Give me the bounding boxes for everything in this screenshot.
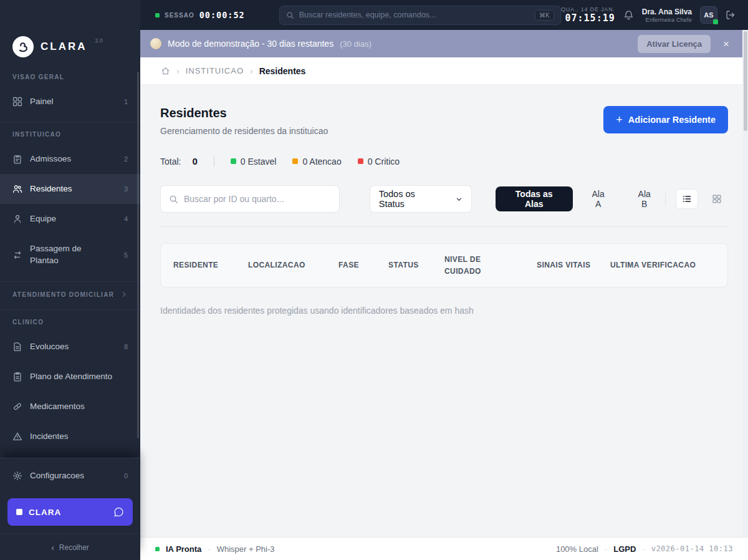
ai-ready-dot [155, 547, 160, 551]
session-status-dot [155, 13, 160, 17]
current-time: 07:15:19 [561, 12, 615, 24]
grid-view-icon[interactable] [706, 189, 728, 209]
residents-table-header: RESIDENTE LOCALIZACAO FASE STATUS NIVEL … [160, 243, 728, 287]
app-version: 2.0 [95, 36, 103, 44]
column-header-sinais-vitais: SINAIS VITAIS [537, 259, 610, 271]
shortcut-badge: 2 [124, 155, 128, 163]
main-scrollbar[interactable] [742, 30, 748, 537]
breadcrumb-separator: › [176, 66, 180, 76]
sidebar-item-painel[interactable]: Painel 1 [0, 87, 140, 117]
nav-group-clinico: CLINICO [0, 309, 140, 332]
session-indicator: SESSAO 00:00:52 [155, 10, 245, 20]
gear-icon [12, 471, 22, 481]
ai-status-group: IA Pronta · Whisper + Phi-3 [155, 544, 275, 554]
sidebar-item-equipe[interactable]: Equipe 4 [0, 204, 140, 234]
user-name: Dra. Ana Silva [642, 7, 692, 16]
ai-model: Whisper + Phi-3 [217, 544, 275, 554]
dashboard-grid-icon [12, 97, 22, 107]
close-icon[interactable]: × [723, 39, 729, 49]
page-header: Residentes Gerenciamento de residentes d… [160, 106, 728, 136]
session-timer: 00:00:52 [199, 10, 245, 20]
home-icon[interactable] [161, 66, 170, 75]
logout-icon[interactable] [726, 10, 736, 20]
critical-status-square [358, 158, 363, 164]
column-header-residente: RESIDENTE [173, 259, 248, 271]
sidebar-item-passagem-de-plantao[interactable]: Passagem de Plantao 5 [0, 234, 140, 276]
sidebar-item-evolucoes[interactable]: Evolucoes 8 [0, 332, 140, 362]
shortcut-badge: 3 [124, 185, 128, 193]
clara-logo-icon [12, 36, 34, 57]
sidebar-item-label: Equipe [30, 213, 56, 225]
shortcut-badge: 4 [124, 215, 128, 223]
status-footer: IA Pronta · Whisper + Phi-3 100% Local ·… [140, 537, 748, 560]
ai-status: IA Pronta [166, 544, 201, 554]
sidebar-item-configuracoes[interactable]: Configuracoes 0 [0, 461, 140, 491]
app-logo: CLARA 2.0 [0, 0, 140, 66]
shortcut-badge: 0 [124, 472, 128, 480]
session-label: SESSAO [165, 12, 194, 19]
sidebar-item-plano-de-atendimento[interactable]: Plano de Atendimento [0, 362, 140, 392]
nav-group-atendimento-domiciliar[interactable]: ATENDIMENTO DOMICILIAR [0, 281, 140, 304]
clara-button-label: CLARA [29, 508, 61, 517]
scrollbar-thumb[interactable] [744, 31, 747, 131]
keyboard-shortcut-badge: ⌘K [535, 10, 554, 21]
add-resident-button[interactable]: + Adicionar Residente [603, 106, 728, 133]
attention-count: 0 Atencao [302, 157, 341, 167]
breadcrumb-current-page: Residentes [259, 66, 306, 76]
global-search-input[interactable] [299, 11, 530, 19]
view-toggle [665, 189, 728, 209]
sidebar-scrollbar[interactable] [137, 72, 139, 438]
ward-filter-ala-b[interactable]: Ala B [623, 186, 665, 211]
pill-icon [12, 402, 22, 412]
sidebar-item-residentes[interactable]: Residentes 3 [0, 174, 140, 204]
filter-bar: Todos os Status Todas as Alas Ala A Ala … [160, 185, 728, 213]
sidebar-item-admissoes[interactable]: Admissoes 2 [0, 144, 140, 174]
attention-status-square [292, 158, 298, 164]
nav-group-visao-geral: VISAO GERAL [0, 66, 140, 87]
status-select[interactable]: Todos os Status [370, 185, 472, 213]
notifications-bell-icon[interactable] [623, 10, 634, 21]
banner-text: Modo de demonstração - 30 dias restantes [168, 39, 333, 49]
column-header-localizacao: LOCALIZACAO [248, 259, 338, 271]
column-header-ultima-verificacao: ULTIMA VERIFICACAO [610, 259, 727, 271]
hourglass-icon [150, 38, 161, 49]
page-title: Residentes [160, 106, 328, 120]
banner-days-remaining: (30 dias) [340, 39, 372, 49]
activate-license-button[interactable]: Ativar Licença [638, 35, 711, 53]
breadcrumb: › INSTITUICAO › Residentes [140, 57, 748, 85]
global-search[interactable]: ⌘K [279, 6, 561, 25]
chevron-down-icon [456, 196, 463, 203]
search-icon [169, 195, 178, 204]
shortcut-badge: 5 [124, 251, 128, 259]
clipboard-icon [12, 154, 22, 164]
stop-square-icon [16, 509, 22, 515]
user-info[interactable]: Dra. Ana Silva Enfermeira Chefe [642, 7, 692, 23]
sidebar-item-label: Plano de Atendimento [30, 371, 112, 383]
shortcut-badge: 8 [124, 343, 128, 350]
local-label: 100% Local [556, 544, 598, 554]
sidebar: CLARA 2.0 VISAO GERAL Painel 1 INSTITUIC… [0, 0, 140, 560]
collapse-label: Recolher [59, 543, 89, 552]
current-date: QUA., 14 DE JAN. [561, 6, 615, 12]
list-view-icon[interactable] [676, 189, 698, 209]
breadcrumb-section[interactable]: INSTITUICAO [186, 66, 244, 75]
stable-status-square [231, 158, 236, 164]
dot-separator: · [605, 544, 607, 554]
demo-mode-banner: Modo de demonstração - 30 dias restantes… [140, 30, 748, 57]
critical-legend: 0 Critico [358, 157, 400, 167]
ward-filter-all[interactable]: Todas as Alas [496, 186, 573, 211]
page-subtitle: Gerenciamento de residentes da instituic… [160, 126, 328, 136]
ward-filter-ala-a[interactable]: Ala A [578, 186, 619, 211]
avatar[interactable]: AS [700, 6, 717, 24]
user-icon [12, 214, 22, 224]
resident-search[interactable] [160, 185, 340, 213]
clara-assistant-button[interactable]: CLARA [7, 498, 133, 526]
ward-filter-group: Todas as Alas Ala A Ala B [496, 186, 665, 211]
main-area: SESSAO 00:00:52 ⌘K QUA., 14 DE JAN. 07:1… [140, 0, 748, 560]
resident-search-input[interactable] [184, 194, 331, 204]
topbar: SESSAO 00:00:52 ⌘K QUA., 14 DE JAN. 07:1… [140, 0, 748, 30]
collapse-sidebar-button[interactable]: ‹ Recolher [0, 533, 140, 560]
sidebar-item-medicamentos[interactable]: Medicamentos [0, 392, 140, 422]
sidebar-item-incidentes[interactable]: Incidentes [0, 422, 140, 451]
divider [665, 192, 666, 206]
